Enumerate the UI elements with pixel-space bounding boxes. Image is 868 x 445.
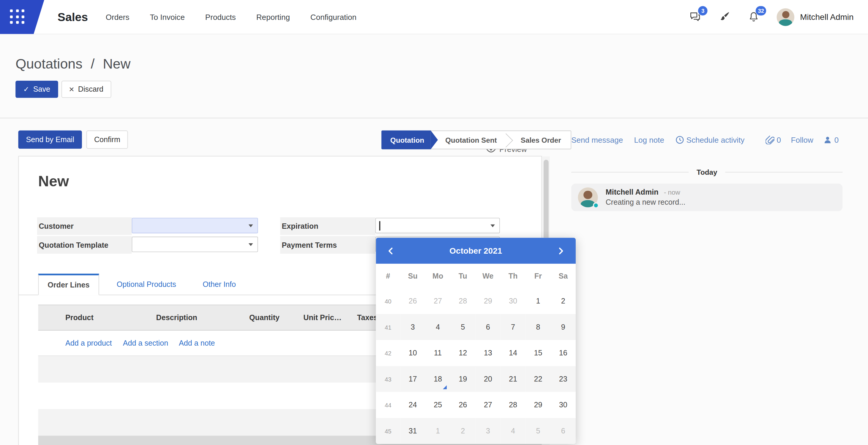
apps-grid-icon (10, 9, 25, 24)
calendar-day[interactable]: 18 (425, 366, 450, 392)
discard-button[interactable]: × Discard (61, 81, 111, 98)
tab-optional-products[interactable]: Optional Products (108, 274, 185, 295)
calendar-day[interactable]: 30 (500, 288, 526, 314)
brush-button[interactable] (718, 10, 731, 23)
tab-order-lines[interactable]: Order Lines (38, 274, 99, 295)
scrollbar-thumb[interactable] (544, 160, 549, 248)
status-step-sales-order[interactable]: Sales Order (506, 131, 570, 149)
previous-month-button[interactable] (381, 241, 400, 260)
calendar-day[interactable]: 4 (500, 418, 526, 444)
message-author[interactable]: Mitchell Admin (606, 188, 658, 196)
calendar-day[interactable]: 8 (526, 314, 551, 340)
calendar-week-row: 4210111213141516 (376, 340, 576, 366)
calendar-day[interactable]: 28 (450, 288, 475, 314)
calendar-day[interactable]: 5 (450, 314, 475, 340)
menu-reporting[interactable]: Reporting (256, 12, 290, 21)
menu-products[interactable]: Products (205, 12, 236, 21)
menu-orders[interactable]: Orders (106, 12, 129, 21)
calendar-day[interactable]: 20 (475, 366, 500, 392)
calendar-day[interactable]: 10 (400, 340, 425, 366)
calendar-day[interactable]: 5 (526, 418, 551, 444)
user-menu[interactable]: Mitchell Admin (777, 8, 854, 26)
calendar-day[interactable]: 9 (551, 314, 576, 340)
app-name[interactable]: Sales (58, 10, 88, 24)
calendar-week-row: 4317181920212223 (376, 366, 576, 392)
calendar-day[interactable]: 2 (551, 288, 576, 314)
customer-input[interactable] (132, 218, 258, 233)
calendar-day[interactable]: 27 (475, 392, 500, 418)
calendar-day[interactable]: 3 (475, 418, 500, 444)
status-step-label: Sales Order (521, 136, 561, 144)
add-a-note-link[interactable]: Add a note (179, 339, 215, 347)
day-of-week-header: Su (400, 264, 425, 288)
calendar-day[interactable]: 14 (500, 340, 526, 366)
message-avatar-wrap (578, 187, 598, 207)
calendar-day[interactable]: 13 (475, 340, 500, 366)
calendar-day[interactable]: 1 (526, 288, 551, 314)
user-avatar (777, 8, 795, 26)
expiration-input[interactable] (375, 218, 500, 233)
save-button[interactable]: ✓ Save (16, 81, 58, 98)
add-a-product-link[interactable]: Add a product (65, 339, 112, 347)
send-by-email-button[interactable]: Send by Email (18, 131, 82, 149)
menu-to-invoice[interactable]: To Invoice (150, 12, 184, 21)
calendar-day[interactable]: 27 (425, 288, 450, 314)
calendar-day[interactable]: 30 (551, 392, 576, 418)
next-month-button[interactable] (551, 241, 570, 260)
messages-button[interactable]: 3 (689, 10, 702, 23)
calendar-day[interactable]: 21 (500, 366, 526, 392)
calendar-day[interactable]: 31 (400, 418, 425, 444)
calendar-day[interactable]: 2 (450, 418, 475, 444)
column-description[interactable]: Description (156, 314, 197, 322)
calendar-day[interactable]: 19 (450, 366, 475, 392)
status-step-quotation-sent[interactable]: Quotation Sent (431, 131, 506, 149)
field-row: Customer (37, 217, 258, 235)
column-quantity[interactable]: Quantity (234, 314, 280, 322)
activities-button[interactable]: 32 (747, 10, 760, 23)
column-taxes[interactable]: Taxes (357, 314, 377, 322)
customer-label: Customer (37, 217, 132, 235)
calendar-day[interactable]: 29 (475, 288, 500, 314)
calendar-day[interactable]: 1 (425, 418, 450, 444)
schedule-activity-button[interactable]: Schedule activity (675, 136, 744, 144)
quotation-template-input[interactable] (132, 237, 258, 252)
calendar-day[interactable]: 23 (551, 366, 576, 392)
breadcrumb-parent[interactable]: Quotations (16, 56, 82, 71)
calendar-day[interactable]: 15 (526, 340, 551, 366)
calendar-day[interactable]: 6 (551, 418, 576, 444)
calendar-day[interactable]: 7 (500, 314, 526, 340)
status-step-quotation[interactable]: Quotation (381, 131, 431, 149)
day-divider-label: Today (696, 168, 717, 176)
calendar-day[interactable]: 11 (425, 340, 450, 366)
calendar-day[interactable]: 3 (400, 314, 425, 340)
calendar-day[interactable]: 6 (475, 314, 500, 340)
confirm-button[interactable]: Confirm (87, 131, 128, 149)
send-message-button[interactable]: Send message (571, 136, 623, 144)
menu-configuration[interactable]: Configuration (310, 12, 356, 21)
attachments-button[interactable]: 0 (766, 136, 781, 144)
calendar-day[interactable]: 22 (526, 366, 551, 392)
calendar-day[interactable]: 24 (400, 392, 425, 418)
calendar-day[interactable]: 26 (400, 288, 425, 314)
apps-menu-button[interactable] (0, 0, 44, 34)
calendar-day[interactable]: 29 (526, 392, 551, 418)
column-unit-price[interactable]: Unit Pric… (303, 314, 342, 322)
status-step-label: Quotation (390, 136, 424, 144)
follow-button[interactable]: Follow (791, 136, 813, 144)
log-note-button[interactable]: Log note (634, 136, 664, 144)
add-a-section-link[interactable]: Add a section (123, 339, 168, 347)
calendar-day[interactable]: 17 (400, 366, 425, 392)
calendar-day[interactable]: 4 (425, 314, 450, 340)
calendar-day[interactable]: 25 (425, 392, 450, 418)
followers-button[interactable]: 0 (823, 136, 839, 144)
chatter-panel: Send message Log note Schedule activity (559, 131, 855, 211)
calendar-day[interactable]: 12 (450, 340, 475, 366)
calendar-day[interactable]: 16 (551, 340, 576, 366)
paperclip-icon (766, 136, 774, 144)
datepicker-month-title[interactable]: October 2021 (400, 246, 551, 255)
calendar-day[interactable]: 26 (450, 392, 475, 418)
tab-other-info[interactable]: Other Info (194, 274, 245, 295)
column-product[interactable]: Product (65, 314, 94, 322)
app-window: Sales Orders To Invoice Products Reporti… (0, 0, 868, 445)
calendar-day[interactable]: 28 (500, 392, 526, 418)
